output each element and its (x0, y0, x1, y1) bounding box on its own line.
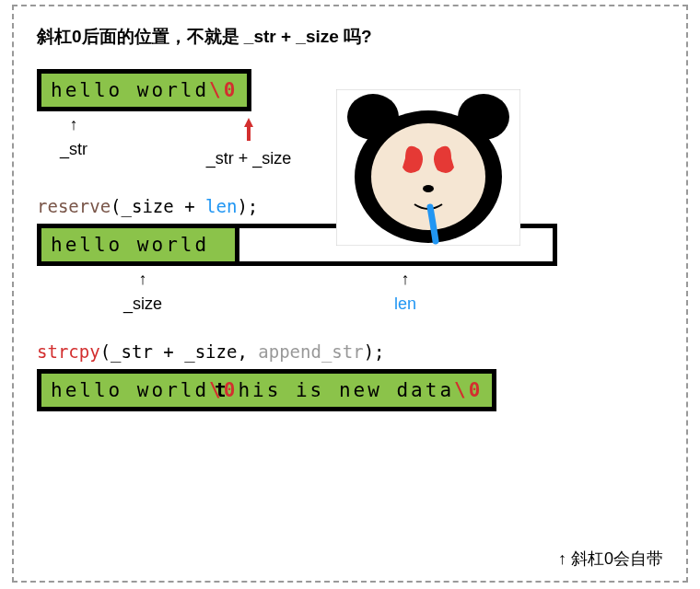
null-terminator-1: \0 (209, 79, 238, 101)
arrow-len: ↑ len (378, 271, 433, 314)
diagram-container: 斜杠0后面的位置，不就是 _str + _size 吗? hello world… (12, 5, 688, 583)
up-arrow-icon: ↑ (115, 271, 170, 287)
code-strcpy: strcpy(_str + _size, append_str); (37, 341, 663, 362)
fn-strcpy: strcpy (37, 341, 100, 362)
arrow-row-2: ↑ _size ↑ len (37, 271, 663, 314)
null-terminator-3: \0 (454, 379, 483, 401)
red-up-arrow-icon (193, 116, 304, 142)
label-len: len (378, 294, 433, 314)
arrow-size: ↑ _size (115, 271, 170, 314)
null-overlap: \0t (209, 379, 238, 401)
title-text: 斜杠0后面的位置，不就是 _str + _size 吗? (37, 25, 663, 49)
arrow-str-size: _str + _size (193, 116, 304, 168)
arg-append-str: append_str (258, 341, 363, 362)
label-str-size: _str + _size (193, 149, 304, 168)
footer-note: ↑ 斜杠0会自带 (558, 548, 663, 570)
arg-size: _size (122, 196, 174, 216)
section-3: strcpy(_str + _size, append_str); hello … (37, 341, 663, 411)
up-arrow-icon: ↑ (378, 271, 433, 287)
box1-text: hello world (51, 79, 209, 101)
label-str: _str (51, 140, 97, 159)
arrow-str: ↑ _str (51, 116, 97, 168)
panda-meme-icon (336, 89, 520, 246)
svg-point-5 (423, 185, 434, 192)
fn-reserve: reserve (37, 196, 111, 216)
arg-len: len (205, 196, 237, 216)
box2-filled: hello world (41, 228, 235, 261)
string-box-3: hello world\0this is new data\0 (37, 369, 496, 411)
label-size: _size (115, 294, 170, 314)
string-box-1: hello world\0 (37, 69, 251, 111)
up-arrow-icon: ↑ (51, 116, 97, 133)
